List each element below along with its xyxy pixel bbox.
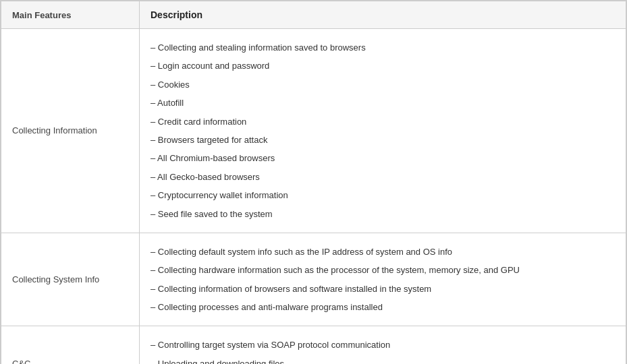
description-item: – Uploading and downloading files <box>151 355 615 364</box>
feature-cell-1: Collecting System Info <box>1 233 140 326</box>
description-item: – Collecting information of browsers and… <box>151 280 615 298</box>
description-item: – Collecting and stealing information sa… <box>151 38 615 57</box>
description-item: – Collecting default system info such as… <box>151 243 615 261</box>
description-cell-2: – Controlling target system via SOAP pro… <box>140 326 626 364</box>
main-table: Main Features Description Collecting Inf… <box>0 0 627 364</box>
description-item: – Browsers targeted for attack <box>151 131 615 149</box>
description-item: – Cryptocurrency wallet information <box>151 186 615 204</box>
description-item: – Controlling target system via SOAP pro… <box>151 336 615 354</box>
feature-cell-0: Collecting Information <box>1 29 140 233</box>
header-feature: Main Features <box>1 1 140 29</box>
description-item: – All Gecko-based browsers <box>151 168 615 186</box>
description-item: – Collecting hardware information such a… <box>151 261 615 279</box>
table-row: Collecting System Info– Collecting defau… <box>1 233 626 326</box>
description-item: – Seed file saved to the system <box>151 205 615 223</box>
description-item: – Collecting processes and anti-malware … <box>151 298 615 316</box>
description-cell-0: – Collecting and stealing information sa… <box>140 29 626 233</box>
header-description: Description <box>140 1 626 29</box>
table-row: Collecting Information– Collecting and s… <box>1 29 626 233</box>
description-item: – Cookies <box>151 75 615 94</box>
description-item: – All Chromium-based browsers <box>151 149 615 167</box>
table-row: C&C– Controlling target system via SOAP … <box>1 326 626 364</box>
feature-cell-2: C&C <box>1 326 140 364</box>
description-item: – Credit card information <box>151 113 615 131</box>
description-item: – Autofill <box>151 94 615 112</box>
description-cell-1: – Collecting default system info such as… <box>140 233 626 326</box>
description-item: – Login account and password <box>151 57 615 75</box>
